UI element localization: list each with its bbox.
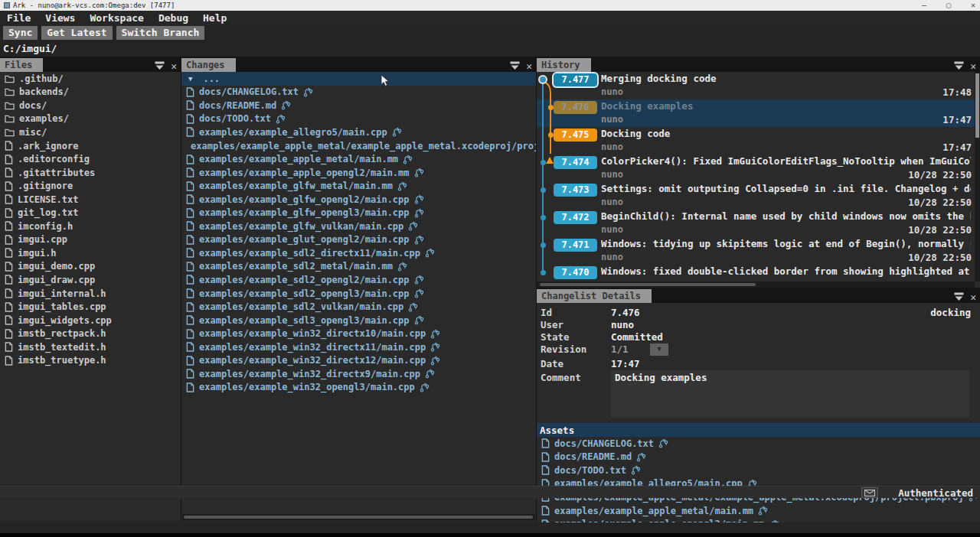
sync-button[interactable]: Sync <box>3 26 38 40</box>
file-row[interactable]: LICENSE.txt <box>0 193 181 207</box>
history-vscroll-thumb[interactable] <box>975 73 979 138</box>
comment-field[interactable]: Docking examples <box>611 370 969 418</box>
file-row[interactable]: .gitattributes <box>0 166 181 180</box>
file-row[interactable]: docs/CHANGELOG.txt <box>537 437 980 451</box>
file-row[interactable]: examples/example_sdl2_metal/main.mm <box>181 260 536 274</box>
file-row[interactable]: backends/ <box>0 86 181 99</box>
file-row[interactable]: imgui.h <box>0 246 181 260</box>
file-row[interactable]: imstb_textedit.h <box>0 340 181 354</box>
tab-changes[interactable]: Changes <box>181 58 236 72</box>
menu-help[interactable]: Help <box>203 12 227 24</box>
commit-row[interactable]: 7.473Settings: omit outputing Collapsed=… <box>537 182 980 210</box>
file-row[interactable]: examples/example_apple_metal/main.mm <box>181 152 536 166</box>
file-icon <box>186 302 194 312</box>
menu-file[interactable]: File <box>7 12 31 24</box>
file-name: imgui.h <box>18 248 57 259</box>
file-row[interactable]: examples/example_apple_opengl2/main.mm <box>181 166 536 180</box>
file-row[interactable]: examples/example_win32_directx10/main.cp… <box>181 327 536 340</box>
get-latest-button[interactable]: Get Latest <box>41 26 112 40</box>
changes-close-icon[interactable]: ✕ <box>526 61 532 71</box>
file-row[interactable]: examples/example_apple_metal/main.mm <box>537 504 980 518</box>
minimize-button[interactable]: – <box>922 0 926 11</box>
files-close-icon[interactable]: ✕ <box>171 61 177 71</box>
filter-icon[interactable] <box>155 61 165 70</box>
commit-row[interactable]: 7.471Windows: tidying up skipitems logic… <box>537 237 980 265</box>
file-row[interactable]: examples/example_apple_metal/example_app… <box>181 139 536 153</box>
file-row[interactable]: imconfig.h <box>0 220 181 233</box>
file-row[interactable]: examples/example_apple_opengl2/main.mm <box>537 517 980 522</box>
file-row[interactable]: docs/CHANGELOG.txt <box>181 86 536 99</box>
file-row[interactable]: docs/README.md <box>537 451 980 464</box>
file-row[interactable]: imgui_widgets.cpp <box>0 314 181 327</box>
commit-row[interactable]: 7.475Docking codenuno17:47 <box>537 127 980 155</box>
file-row[interactable]: examples/example_win32_directx11/main.cp… <box>181 340 536 354</box>
file-row[interactable]: examples/example_glfw_metal/main.mm <box>181 179 536 193</box>
tab-history[interactable]: History <box>537 58 591 72</box>
file-row[interactable]: examples/ <box>0 112 181 126</box>
branch-move-icon <box>403 155 413 164</box>
file-row[interactable]: misc/ <box>0 125 181 139</box>
commit-row[interactable]: 7.470Windows: fixed double-clicked borde… <box>537 265 980 282</box>
commit-author: nuno <box>601 197 623 207</box>
changes-root-row[interactable]: ▼ ... <box>181 72 536 86</box>
history-hscroll-thumb[interactable] <box>540 283 756 286</box>
file-name: .github/ <box>19 73 64 84</box>
commit-id-badge: 7.472 <box>554 211 597 224</box>
file-row[interactable]: imgui_draw.cpp <box>0 273 181 287</box>
file-row[interactable]: imstb_truetype.h <box>0 353 181 367</box>
commit-row[interactable]: 7.472BeginChild(): Internal name used by… <box>537 210 980 237</box>
close-button[interactable]: ✕ <box>971 0 975 11</box>
switch-branch-button[interactable]: Switch Branch <box>116 26 205 40</box>
file-row[interactable]: examples/example_win32_directx9/main.cpp <box>181 367 536 381</box>
commit-row[interactable]: 7.474ColorPicker4(): Fixed ImGuiColorEdi… <box>537 155 980 182</box>
commit-author: nuno <box>601 114 623 125</box>
file-row[interactable]: .gitignore <box>0 179 181 193</box>
file-row[interactable]: .github/ <box>0 72 181 86</box>
commit-row[interactable]: 7.477Merging docking codenuno17:48 <box>537 72 980 99</box>
file-row[interactable]: examples/example_glfw_vulkan/main.cpp <box>181 220 536 233</box>
file-row[interactable]: examples/example_glfw_opengl2/main.cpp <box>181 193 536 207</box>
file-row[interactable]: examples/example_sdl3_opengl3/main.cpp <box>181 314 536 327</box>
menu-views[interactable]: Views <box>45 12 75 24</box>
file-row[interactable]: examples/example_win32_opengl3/main.cpp <box>181 381 536 395</box>
file-row[interactable]: docs/ <box>0 99 181 112</box>
file-row[interactable]: examples/example_sdl2_opengl2/main.cpp <box>181 273 536 287</box>
tab-changelist-details[interactable]: Changelist Details <box>537 289 652 303</box>
mail-indicator[interactable] <box>861 487 878 498</box>
file-row[interactable]: docs/README.md <box>181 99 536 112</box>
filter-icon[interactable] <box>954 292 964 301</box>
file-row[interactable]: examples/example_sdl2_opengl3/main.cpp <box>181 287 536 301</box>
file-row[interactable]: imgui_internal.h <box>0 287 181 301</box>
changes-hscroll-thumb[interactable] <box>184 516 533 519</box>
history-close-icon[interactable]: ✕ <box>970 61 976 71</box>
commit-row[interactable]: 7.476Docking examplesnuno17:47 <box>537 99 980 127</box>
filter-icon[interactable] <box>510 61 520 70</box>
filter-icon[interactable] <box>954 61 964 70</box>
revision-dropdown[interactable]: ▼ <box>650 343 668 356</box>
commit-time: 10/28 22:50 <box>908 224 972 236</box>
changes-hscrollbar[interactable] <box>182 514 535 520</box>
file-row[interactable]: .editorconfig <box>0 152 181 166</box>
file-row[interactable]: imgui_demo.cpp <box>0 260 181 274</box>
menu-workspace[interactable]: Workspace <box>90 12 143 24</box>
file-row[interactable]: git_log.txt <box>0 206 181 220</box>
file-row[interactable]: examples/example_sdl2_vulkan/main.cpp <box>181 300 536 314</box>
file-row[interactable]: imgui_tables.cpp <box>0 300 181 314</box>
file-row[interactable]: docs/TODO.txt <box>181 112 536 126</box>
file-row[interactable]: docs/TODO.txt <box>537 464 980 477</box>
history-vscrollbar[interactable] <box>975 72 980 282</box>
file-row[interactable]: examples/example_sdl2_directx11/main.cpp <box>181 246 536 260</box>
file-row[interactable]: examples/example_allegro5/main.cpp <box>181 125 536 139</box>
restore-button[interactable]: ▢ <box>946 0 951 11</box>
file-row[interactable]: examples/example_glut_opengl2/main.cpp <box>181 233 536 247</box>
file-row[interactable]: examples/example_glfw_opengl3/main.cpp <box>181 206 536 220</box>
file-row[interactable]: imgui.cpp <box>0 233 181 247</box>
expand-triangle-icon[interactable]: ▼ <box>188 75 192 83</box>
file-row[interactable]: .ark_ignore <box>0 139 181 153</box>
menu-debug[interactable]: Debug <box>158 12 188 24</box>
tab-files[interactable]: Files <box>0 58 43 72</box>
file-row[interactable]: imstb_rectpack.h <box>0 327 181 340</box>
history-hscrollbar[interactable] <box>537 282 975 288</box>
details-close-icon[interactable]: ✕ <box>970 292 976 302</box>
file-row[interactable]: examples/example_win32_directx12/main.cp… <box>181 353 536 367</box>
